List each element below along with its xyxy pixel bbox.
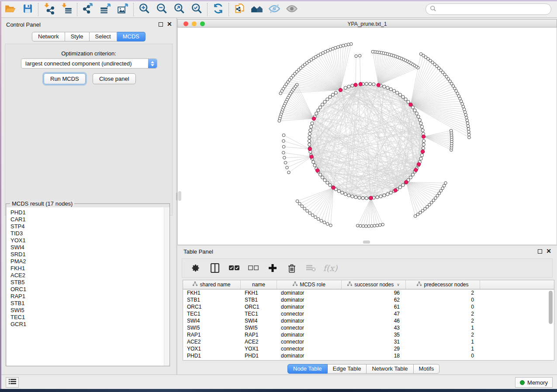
network-node[interactable]	[369, 83, 372, 86]
open-file-button[interactable]	[1, 3, 19, 17]
cell-successor-nodes[interactable]: 31	[342, 338, 406, 345]
tab-select[interactable]: Select	[90, 32, 117, 41]
cell-predecessor-nodes[interactable]: 1	[406, 338, 480, 345]
deselect-all-checkboxes-icon[interactable]	[248, 262, 259, 274]
table-row[interactable]: ACE2ACE2connector311	[183, 338, 554, 345]
table-settings-gear-icon[interactable]	[190, 262, 201, 274]
mcds-result-item[interactable]: FKH1	[10, 265, 170, 272]
satellite-node[interactable]	[286, 166, 289, 169]
table-row[interactable]: STB1STB1dominator620	[183, 296, 554, 303]
mcds-result-item[interactable]: ORC1	[10, 286, 170, 293]
column-panes-icon[interactable]	[209, 262, 221, 274]
cell-shared-name[interactable]: TEC1	[183, 310, 241, 317]
cell-predecessor-nodes[interactable]: 1	[406, 324, 480, 331]
satellite-node[interactable]	[287, 171, 291, 174]
satellite-node[interactable]	[320, 219, 323, 222]
tab-mcds[interactable]: MCDS	[117, 32, 145, 41]
network-node[interactable]	[361, 196, 364, 199]
satellite-node[interactable]	[283, 156, 286, 159]
satellite-node[interactable]	[282, 145, 285, 148]
network-node[interactable]	[321, 103, 324, 106]
network-node[interactable]	[398, 93, 401, 96]
network-node[interactable]	[323, 179, 326, 182]
cell-mcds-role[interactable]: dominator	[277, 303, 342, 310]
satellite-node[interactable]	[282, 151, 285, 154]
dominator-node[interactable]	[422, 135, 425, 138]
network-node[interactable]	[308, 132, 311, 135]
save-session-button[interactable]	[19, 3, 36, 17]
dominator-node[interactable]	[359, 83, 362, 86]
mcds-result-item[interactable]: RAP1	[10, 293, 170, 300]
cell-successor-nodes[interactable]: 47	[342, 310, 406, 317]
zoom-selected-button[interactable]	[188, 3, 205, 17]
satellite-node[interactable]	[344, 44, 347, 47]
dominator-node[interactable]	[316, 168, 319, 172]
network-horizontal-scrollbar[interactable]	[363, 241, 370, 244]
float-panel-icon[interactable]	[159, 22, 163, 27]
network-node[interactable]	[317, 109, 320, 112]
dominator-node[interactable]	[339, 88, 342, 92]
cell-name[interactable]: ORC1	[241, 303, 277, 310]
satellite-node[interactable]	[326, 223, 329, 226]
network-node[interactable]	[347, 194, 350, 197]
result-list-scrollbar[interactable]	[164, 207, 169, 366]
cell-shared-name[interactable]: STB1	[183, 296, 241, 303]
network-node[interactable]	[308, 139, 311, 142]
network-node[interactable]	[341, 191, 344, 194]
mcds-result-item[interactable]: PHD1	[10, 209, 170, 216]
tab-style[interactable]: Style	[65, 32, 90, 41]
satellite-node[interactable]	[358, 54, 361, 57]
cell-shared-name[interactable]: YOX1	[183, 345, 241, 352]
satellite-node[interactable]	[444, 182, 447, 185]
network-node[interactable]	[365, 82, 368, 85]
mcds-result-item[interactable]: TEC1	[10, 314, 170, 321]
satellite-node[interactable]	[347, 43, 350, 46]
network-node[interactable]	[358, 196, 361, 199]
dominator-node[interactable]	[308, 147, 311, 151]
cell-mcds-role[interactable]: dominator	[277, 296, 342, 303]
cell-mcds-role[interactable]: connector	[277, 345, 342, 352]
cell-mcds-role[interactable]: connector	[277, 324, 342, 331]
run-mcds-button[interactable]: Run MCDS	[44, 73, 86, 84]
network-node[interactable]	[422, 139, 425, 142]
network-node[interactable]	[351, 195, 354, 198]
table-row[interactable]: ORC1ORC1dominator610	[183, 303, 554, 310]
satellite-node[interactable]	[466, 122, 469, 125]
cell-predecessor-nodes[interactable]: 1	[406, 345, 480, 352]
cell-successor-nodes[interactable]: 43	[342, 324, 406, 331]
network-node[interactable]	[420, 125, 423, 128]
network-node[interactable]	[331, 93, 334, 96]
network-node[interactable]	[309, 129, 312, 132]
optimization-criterion-select[interactable]: largest connected component (undirected)	[21, 58, 157, 69]
network-node[interactable]	[383, 194, 386, 197]
show-all-button[interactable]	[283, 3, 301, 17]
network-node[interactable]	[421, 129, 424, 132]
first-neighbors-button[interactable]	[248, 3, 266, 17]
satellite-node[interactable]	[467, 124, 470, 127]
search-input[interactable]	[426, 3, 551, 15]
satellite-node[interactable]	[381, 223, 384, 226]
network-graph[interactable]	[178, 28, 557, 244]
mcds-result-item[interactable]: STP4	[10, 223, 170, 230]
network-node[interactable]	[389, 88, 392, 91]
satellite-node[interactable]	[298, 202, 301, 205]
mcds-result-item[interactable]: TID3	[10, 230, 170, 237]
cell-shared-name[interactable]: SWI5	[183, 324, 241, 331]
satellite-node[interactable]	[362, 225, 365, 228]
cell-shared-name[interactable]: ORC1	[183, 303, 241, 310]
tab-edge-table[interactable]: Edge Table	[328, 364, 367, 374]
mcds-result-item[interactable]: STB5	[10, 279, 170, 286]
satellite-node[interactable]	[317, 217, 320, 220]
satellite-node[interactable]	[462, 105, 465, 108]
table-row[interactable]: RAP1RAP1dominator352	[183, 331, 554, 338]
cell-mcds-role[interactable]: connector	[277, 338, 342, 345]
satellite-node[interactable]	[314, 216, 317, 219]
export-network-button[interactable]	[79, 3, 97, 17]
column-header-name[interactable]: name	[241, 280, 277, 289]
satellite-node[interactable]	[466, 119, 469, 122]
table-row[interactable]: SWI5SWI5connector431	[183, 324, 554, 331]
network-node[interactable]	[308, 143, 311, 146]
network-node[interactable]	[396, 91, 399, 94]
satellite-node[interactable]	[296, 199, 299, 203]
import-table-button[interactable]	[58, 3, 75, 17]
